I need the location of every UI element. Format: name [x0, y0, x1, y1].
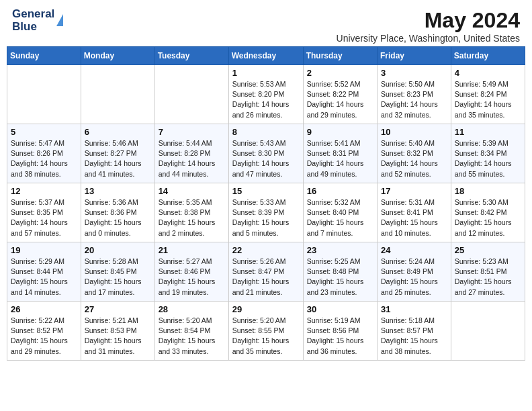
day-info: Sunrise: 5:26 AM Sunset: 8:47 PM Dayligh…	[232, 257, 300, 298]
day-number: 4	[455, 68, 521, 78]
calendar-cell: 21Sunrise: 5:27 AM Sunset: 8:46 PM Dayli…	[154, 242, 228, 302]
day-number: 20	[85, 245, 151, 255]
calendar-header: SundayMondayTuesdayWednesdayThursdayFrid…	[7, 47, 525, 65]
calendar-cell: 7Sunrise: 5:44 AM Sunset: 8:28 PM Daylig…	[154, 124, 228, 183]
calendar-cell: 11Sunrise: 5:39 AM Sunset: 8:34 PM Dayli…	[451, 124, 525, 183]
day-info: Sunrise: 5:46 AM Sunset: 8:27 PM Dayligh…	[85, 138, 151, 179]
day-number: 26	[11, 304, 77, 314]
calendar-cell: 30Sunrise: 5:19 AM Sunset: 8:56 PM Dayli…	[303, 302, 377, 361]
day-number: 18	[455, 186, 521, 196]
logo-text: General Blue	[12, 8, 54, 33]
calendar-cell	[81, 65, 154, 124]
calendar-week-row: 1Sunrise: 5:53 AM Sunset: 8:20 PM Daylig…	[7, 65, 525, 124]
calendar-week-row: 26Sunrise: 5:22 AM Sunset: 8:52 PM Dayli…	[7, 302, 525, 361]
location-subtitle: University Place, Washington, United Sta…	[337, 33, 520, 44]
day-number: 16	[307, 186, 373, 196]
calendar-wrapper: SundayMondayTuesdayWednesdayThursdayFrid…	[0, 46, 532, 367]
day-info: Sunrise: 5:18 AM Sunset: 8:57 PM Dayligh…	[381, 316, 447, 357]
calendar-cell: 13Sunrise: 5:36 AM Sunset: 8:36 PM Dayli…	[81, 183, 154, 242]
logo-general: General	[12, 8, 54, 21]
day-info: Sunrise: 5:31 AM Sunset: 8:41 PM Dayligh…	[381, 197, 447, 238]
day-of-week-header: Monday	[81, 47, 154, 65]
calendar-cell: 16Sunrise: 5:32 AM Sunset: 8:40 PM Dayli…	[303, 183, 377, 242]
day-info: Sunrise: 5:21 AM Sunset: 8:53 PM Dayligh…	[85, 316, 151, 357]
day-info: Sunrise: 5:39 AM Sunset: 8:34 PM Dayligh…	[455, 138, 521, 179]
calendar-cell: 8Sunrise: 5:43 AM Sunset: 8:30 PM Daylig…	[228, 124, 303, 183]
day-info: Sunrise: 5:28 AM Sunset: 8:45 PM Dayligh…	[85, 257, 151, 298]
day-info: Sunrise: 5:19 AM Sunset: 8:56 PM Dayligh…	[307, 316, 373, 357]
day-number: 6	[85, 127, 151, 137]
day-of-week-header: Saturday	[451, 47, 525, 65]
day-number: 7	[159, 127, 225, 137]
calendar-cell: 3Sunrise: 5:50 AM Sunset: 8:23 PM Daylig…	[378, 65, 451, 124]
day-number: 9	[307, 127, 373, 137]
calendar-body: 1Sunrise: 5:53 AM Sunset: 8:20 PM Daylig…	[7, 65, 525, 361]
calendar-cell: 14Sunrise: 5:35 AM Sunset: 8:38 PM Dayli…	[154, 183, 228, 242]
day-info: Sunrise: 5:30 AM Sunset: 8:42 PM Dayligh…	[455, 197, 521, 238]
day-info: Sunrise: 5:44 AM Sunset: 8:28 PM Dayligh…	[159, 138, 225, 179]
day-of-week-header: Thursday	[303, 47, 377, 65]
day-number: 27	[85, 304, 151, 314]
title-block: May 2024 University Place, Washington, U…	[337, 8, 520, 44]
day-number: 23	[307, 245, 373, 255]
day-number: 1	[232, 68, 300, 78]
day-info: Sunrise: 5:49 AM Sunset: 8:24 PM Dayligh…	[455, 79, 521, 120]
day-number: 24	[381, 245, 447, 255]
day-info: Sunrise: 5:23 AM Sunset: 8:51 PM Dayligh…	[455, 257, 521, 298]
calendar-cell: 5Sunrise: 5:47 AM Sunset: 8:26 PM Daylig…	[7, 124, 81, 183]
day-info: Sunrise: 5:41 AM Sunset: 8:31 PM Dayligh…	[307, 138, 373, 179]
day-number: 25	[455, 245, 521, 255]
calendar-cell: 15Sunrise: 5:33 AM Sunset: 8:39 PM Dayli…	[228, 183, 303, 242]
day-info: Sunrise: 5:36 AM Sunset: 8:36 PM Dayligh…	[85, 197, 151, 238]
calendar-cell: 19Sunrise: 5:29 AM Sunset: 8:44 PM Dayli…	[7, 242, 81, 302]
day-info: Sunrise: 5:53 AM Sunset: 8:20 PM Dayligh…	[232, 79, 300, 120]
day-info: Sunrise: 5:22 AM Sunset: 8:52 PM Dayligh…	[11, 316, 77, 357]
day-info: Sunrise: 5:24 AM Sunset: 8:49 PM Dayligh…	[381, 257, 447, 298]
day-info: Sunrise: 5:50 AM Sunset: 8:23 PM Dayligh…	[381, 79, 447, 120]
calendar-cell: 2Sunrise: 5:52 AM Sunset: 8:22 PM Daylig…	[303, 65, 377, 124]
calendar-cell: 6Sunrise: 5:46 AM Sunset: 8:27 PM Daylig…	[81, 124, 154, 183]
day-number: 11	[455, 127, 521, 137]
calendar-cell: 20Sunrise: 5:28 AM Sunset: 8:45 PM Dayli…	[81, 242, 154, 302]
day-info: Sunrise: 5:20 AM Sunset: 8:54 PM Dayligh…	[159, 316, 225, 357]
calendar-cell: 28Sunrise: 5:20 AM Sunset: 8:54 PM Dayli…	[154, 302, 228, 361]
month-title: May 2024	[337, 8, 520, 33]
logo-triangle-icon	[56, 14, 63, 26]
day-of-week-header: Sunday	[7, 47, 81, 65]
day-info: Sunrise: 5:35 AM Sunset: 8:38 PM Dayligh…	[159, 197, 225, 238]
day-info: Sunrise: 5:37 AM Sunset: 8:35 PM Dayligh…	[11, 197, 77, 238]
day-info: Sunrise: 5:40 AM Sunset: 8:32 PM Dayligh…	[381, 138, 447, 179]
day-info: Sunrise: 5:47 AM Sunset: 8:26 PM Dayligh…	[11, 138, 77, 179]
calendar-cell	[7, 65, 81, 124]
logo-blue: Blue	[12, 21, 54, 34]
day-number: 2	[307, 68, 373, 78]
calendar-cell: 1Sunrise: 5:53 AM Sunset: 8:20 PM Daylig…	[228, 65, 303, 124]
day-info: Sunrise: 5:27 AM Sunset: 8:46 PM Dayligh…	[159, 257, 225, 298]
day-number: 3	[381, 68, 447, 78]
page-header: General Blue May 2024 University Place, …	[0, 0, 532, 46]
calendar-cell: 23Sunrise: 5:25 AM Sunset: 8:48 PM Dayli…	[303, 242, 377, 302]
day-number: 14	[159, 186, 225, 196]
day-number: 31	[381, 304, 447, 314]
day-number: 10	[381, 127, 447, 137]
calendar-cell	[451, 302, 525, 361]
calendar-week-row: 5Sunrise: 5:47 AM Sunset: 8:26 PM Daylig…	[7, 124, 525, 183]
day-number: 22	[232, 245, 300, 255]
calendar-table: SundayMondayTuesdayWednesdayThursdayFrid…	[7, 46, 525, 361]
day-number: 5	[11, 127, 77, 137]
logo: General Blue	[12, 8, 63, 33]
calendar-cell: 9Sunrise: 5:41 AM Sunset: 8:31 PM Daylig…	[303, 124, 377, 183]
calendar-cell: 29Sunrise: 5:20 AM Sunset: 8:55 PM Dayli…	[228, 302, 303, 361]
calendar-week-row: 12Sunrise: 5:37 AM Sunset: 8:35 PM Dayli…	[7, 183, 525, 242]
calendar-cell: 4Sunrise: 5:49 AM Sunset: 8:24 PM Daylig…	[451, 65, 525, 124]
day-info: Sunrise: 5:32 AM Sunset: 8:40 PM Dayligh…	[307, 197, 373, 238]
day-number: 12	[11, 186, 77, 196]
calendar-cell: 26Sunrise: 5:22 AM Sunset: 8:52 PM Dayli…	[7, 302, 81, 361]
day-of-week-header: Tuesday	[154, 47, 228, 65]
day-number: 15	[232, 186, 300, 196]
day-info: Sunrise: 5:29 AM Sunset: 8:44 PM Dayligh…	[11, 257, 77, 298]
calendar-cell: 25Sunrise: 5:23 AM Sunset: 8:51 PM Dayli…	[451, 242, 525, 302]
day-number: 30	[307, 304, 373, 314]
calendar-cell: 24Sunrise: 5:24 AM Sunset: 8:49 PM Dayli…	[378, 242, 451, 302]
day-of-week-header: Wednesday	[228, 47, 303, 65]
